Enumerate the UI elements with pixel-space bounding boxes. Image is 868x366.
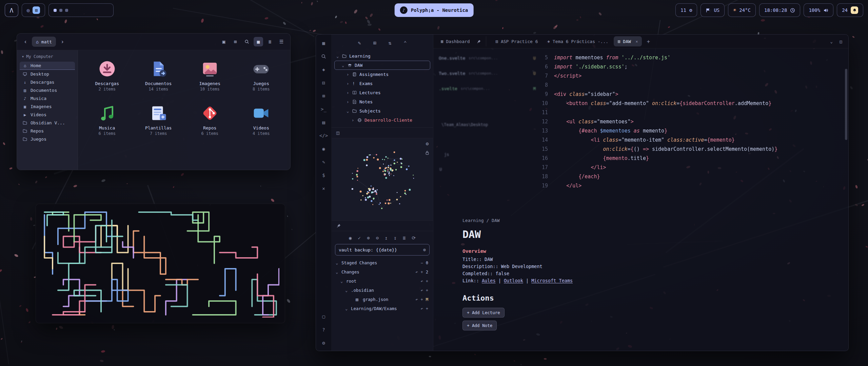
view-list-button[interactable]: ≣ [265,37,275,46]
git-item-graph-json[interactable]: ▤graph.json↶+M [335,295,430,304]
view-grid-button[interactable]: ▦ [254,37,263,46]
git-list-icon[interactable]: ≣ [403,235,406,241]
ribbon-search-icon[interactable] [320,53,328,60]
undo-icon[interactable]: ↶ [421,279,423,284]
new-tab-button[interactable]: ▣ [219,37,229,46]
link-aules[interactable]: Aules [482,278,496,283]
tree-item-lectures[interactable]: ›Lectures [334,88,430,97]
ribbon-die-icon[interactable]: ⚄ [320,79,328,86]
git-refresh-icon[interactable]: ⟳ [412,235,416,241]
clear-icon[interactable]: ⊗ [423,247,426,252]
sidebar-item-desktop[interactable]: Desktop [20,70,75,78]
quick-settings-pill[interactable]: ◎ ▤ [22,3,45,17]
tree-item-exams[interactable]: ›!Exams [334,79,430,88]
ribbon-dollar-icon[interactable]: $ [320,171,328,179]
git-item-changes[interactable]: ⌄Changes↶+2 [335,267,430,277]
ribbon-close-icon[interactable]: ✕ [320,185,328,192]
ribbon-terminal-icon[interactable]: >_ [320,105,328,113]
git-check-icon[interactable]: ✓ [358,235,361,241]
undo-icon[interactable]: ↶ [415,270,418,274]
ribbon-code-icon[interactable]: </> [320,132,328,139]
local-graph-pane[interactable]: ⚙ [332,138,433,220]
keyboard-layout-module[interactable]: US [701,3,725,17]
sidebar-item-juegos[interactable]: Juegos [20,135,75,143]
tab-daw[interactable]: ▤DAW✕ [614,36,642,46]
commit-message-value[interactable]: vault backup: {{date}} [339,247,397,252]
search-button[interactable] [242,37,252,46]
pin-icon[interactable] [475,39,482,44]
scrollbar[interactable] [845,69,847,140]
tree-item-learning[interactable]: ⌄Learning [334,52,430,61]
sidebar-section-title[interactable]: ▾ My Computer [20,54,75,62]
back-button[interactable]: ‹ [21,37,30,46]
tree-item-daw[interactable]: ⌄DAW [334,61,430,70]
link-outlook[interactable]: Outlook [504,278,523,283]
explorer-collapse-icon[interactable]: ⌃ [404,40,407,46]
explorer-pencil-icon[interactable]: ✎ [358,40,361,46]
minus-icon[interactable]: − [421,261,423,265]
button-add-lecture[interactable]: + Add Lecture [462,308,505,318]
link-microsoft-teams[interactable]: Microsoft Teams [531,278,573,283]
forward-button[interactable]: › [58,37,67,46]
outgoing-links-icon[interactable] [336,223,341,228]
folder-juegos[interactable]: Juegos8 items [236,60,287,92]
tab-tema-6-pr-cticas[interactable]: ◈Tema 6 Prácticas -... [544,36,613,46]
explorer-sort-icon[interactable]: ⇅ [389,40,392,46]
workspace-indicator[interactable] [54,9,57,12]
ribbon-gear-icon[interactable]: ⚙ [320,339,328,347]
plus-icon[interactable]: + [421,297,423,302]
folder-descargas[interactable]: Descargas2 items [81,60,133,92]
ribbon-help-icon[interactable]: ? [320,326,328,333]
tab-asp-practice-6[interactable]: ▤ASP Practice 6 [492,36,542,46]
explorer-folder-plus-icon[interactable]: ⊞ [373,40,376,46]
ribbon-doc-icon[interactable]: ▤ [320,119,328,126]
breadcrumb[interactable]: ⌂ matt [32,37,56,47]
close-tab-icon[interactable]: ✕ [636,39,638,44]
tab-list-icon[interactable]: ⌄ [827,39,835,44]
plus-icon[interactable]: + [426,288,428,293]
ribbon-pencil-icon[interactable]: ✎ [320,158,328,166]
tab-dashboard[interactable]: ▦ Dashboard [437,36,474,46]
git-commit-icon[interactable]: ◉ [349,235,352,241]
sidebar-item-imagenes[interactable]: ▣Imagenes [20,103,75,110]
git-stage-icon[interactable]: ⊕ [367,235,370,241]
workspace-indicator[interactable] [65,9,68,12]
launcher-button[interactable]: Λ [5,3,18,17]
tree-item-assignments[interactable]: ›Assignments [334,70,430,79]
graph-settings-icon[interactable]: ⚙ [426,141,429,146]
split-editor-icon[interactable]: ◫ [837,39,845,44]
volume-module[interactable]: 100% [804,3,833,17]
apps-icon[interactable]: ▤ [33,6,40,14]
sidebar-item-documentos[interactable]: ▤Documentos [20,86,75,94]
folder-plantillas[interactable]: Plantillas7 items [133,104,184,136]
workspace-indicator[interactable] [59,9,62,12]
tree-item-notes[interactable]: ›Notes [334,97,430,106]
undo-icon[interactable]: ↶ [421,288,423,293]
now-playing-pill[interactable]: ♪ Polyph¡a - Neurotica [395,3,474,17]
undo-icon[interactable]: ↶ [421,306,423,311]
notifications-module[interactable]: 24 [837,3,863,17]
plus-icon[interactable]: + [426,279,428,284]
menu-button[interactable]: ☰ [277,37,286,46]
plus-icon[interactable]: + [426,306,428,311]
bell-icon[interactable] [851,6,858,14]
sidebar-item-videos[interactable]: ▶Videos [20,111,75,119]
ribbon-box-icon[interactable]: ▢ [320,313,328,320]
folder-repos[interactable]: Repos6 items [184,104,236,136]
git-item-staged-changes[interactable]: ⌄Staged Changes−0 [335,258,430,267]
graph-lock-icon[interactable] [425,150,430,155]
git-push-icon[interactable]: ↥ [385,235,388,241]
ribbon-grid-icon[interactable]: ▦ [320,39,328,47]
new-folder-button[interactable]: ⊞ [231,37,240,46]
ribbon-bookmark-icon[interactable]: ◈ [320,66,328,73]
git-item-obsidian[interactable]: ⌄.obsidian↶+ [335,286,430,295]
git-unstage-icon[interactable]: ⊖ [376,235,378,241]
plus-icon[interactable]: + [421,270,423,274]
sidebar-item-obsidian-v[interactable]: Obsidian V... [20,119,75,127]
button-add-note[interactable]: + Add Note [462,321,497,330]
weather-module[interactable]: ☀ 24°C [728,3,756,17]
workspaces-pill[interactable] [48,3,114,17]
folder-musica[interactable]: Musica6 items [81,104,133,136]
git-item-learning-daw-exams[interactable]: ⌄Learning/DAW/Exams↶+ [335,304,430,313]
git-item-root[interactable]: ⌄root↶+ [335,277,430,286]
